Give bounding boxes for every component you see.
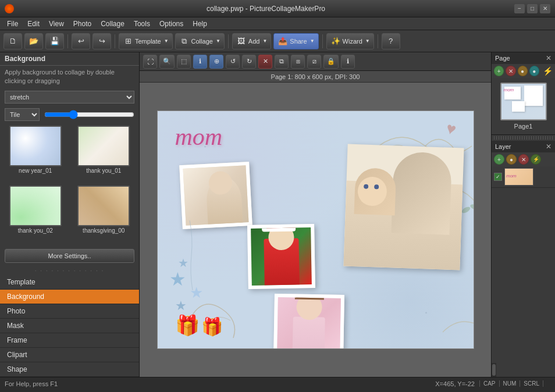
template-button[interactable]: ⊞ Template ▼ (119, 33, 173, 49)
info2-button[interactable]: ℹ (341, 55, 355, 69)
thumb-img-newyear01 (9, 126, 62, 166)
nav-background[interactable]: Background (0, 290, 139, 304)
page-add-button[interactable]: + (494, 66, 504, 76)
fit-button[interactable]: ⧆ (291, 55, 305, 69)
add-arrow-icon: ▼ (262, 38, 267, 44)
new-button[interactable]: 🗋 (3, 33, 22, 49)
photo-slot-3[interactable] (247, 224, 315, 289)
template-icon: ⊞ (123, 36, 133, 47)
info-button[interactable]: ℹ (193, 55, 207, 69)
thumb-img-thankyou02 (9, 186, 62, 226)
layer-visibility-1[interactable]: ✓ (494, 173, 502, 181)
delete-button[interactable]: ✕ (258, 55, 272, 69)
layer-scrollbar[interactable] (492, 363, 496, 377)
nav-clipart[interactable]: Clipart (0, 348, 139, 362)
add-button[interactable]: 🖼 Add ▼ (232, 33, 272, 49)
photo-slot-2[interactable] (343, 144, 464, 270)
gift-decoration-2: 🎁 (201, 316, 223, 337)
page-settings-button[interactable]: ● (518, 66, 528, 76)
thumb-thanksgiving[interactable]: thanksgiving_00 (71, 186, 137, 243)
tile-select[interactable]: Tile (5, 108, 40, 121)
template-label: Template (135, 38, 161, 45)
menubar: File Edit View Photo Collage Tools Optio… (0, 17, 555, 30)
share-label: Share (290, 38, 307, 45)
layer-add-button[interactable]: + (494, 154, 504, 165)
window-controls: − □ ✕ (514, 4, 550, 13)
collage-mom-text[interactable]: mom (175, 123, 223, 151)
collage-button[interactable]: ⧉ Collage ▼ (175, 33, 225, 49)
menu-file[interactable]: File (2, 19, 23, 29)
nav-template[interactable]: Template (0, 275, 139, 290)
left-panel: Background Apply background to collage b… (0, 52, 140, 377)
more-settings-button[interactable]: More Settings.. (5, 249, 134, 263)
thumb-thankyou01[interactable]: thank you_01 (71, 126, 137, 183)
page-thumbnail[interactable]: mom (500, 83, 547, 120)
layer-settings-button[interactable]: ● (506, 154, 517, 165)
redo-button[interactable]: ↪ (92, 33, 111, 49)
stretch-select[interactable]: stretch (5, 91, 134, 104)
page-panel: Page ✕ + ✕ ● ● ⚡ mom (492, 52, 555, 135)
menu-options[interactable]: Options (155, 19, 188, 29)
page-delete-button[interactable]: ✕ (506, 66, 515, 76)
toolbar-separator-5 (378, 34, 378, 48)
layer-bolt-button[interactable]: ⚡ (531, 154, 541, 165)
layer-item-1[interactable]: ✓ mom (492, 166, 555, 188)
heart-decoration: ♥ (444, 119, 458, 139)
select-tool-button[interactable]: ⛶ (143, 55, 157, 69)
layer-panel-header: Layer ✕ (492, 141, 555, 152)
page-move-button[interactable]: ● (529, 66, 539, 76)
panel-dotted-separator: · · · · · · · · · · · · · (0, 266, 139, 275)
panel-resize-handle[interactable] (494, 136, 553, 140)
help-text: For Help, press F1 (5, 380, 58, 387)
page-panel-close[interactable]: ✕ (546, 54, 552, 62)
add-circle-button[interactable]: ⊕ (209, 55, 223, 69)
page-bolt-icon[interactable]: ⚡ (543, 66, 553, 76)
menu-collage[interactable]: Collage (96, 19, 129, 29)
menu-edit[interactable]: Edit (23, 19, 44, 29)
redo2-button[interactable]: ↻ (242, 55, 256, 69)
minimize-button[interactable]: − (514, 4, 525, 13)
menu-help[interactable]: Help (188, 19, 212, 29)
photo-slot-1[interactable] (179, 162, 252, 229)
thumb-thankyou02[interactable]: thank you_02 (2, 186, 69, 243)
tile-row: Tile (0, 106, 139, 123)
share-button[interactable]: 📤 Share ▼ (273, 33, 318, 49)
wizard-button[interactable]: ✨ Wizard ▼ (326, 33, 374, 49)
flag-scrl: SCRL (520, 380, 543, 387)
undo2-button[interactable]: ↺ (226, 55, 240, 69)
zoom-button[interactable]: 🔍 (159, 55, 175, 69)
redo-icon: ↪ (97, 36, 107, 47)
page-info-text: Page 1: 800 x 600 px, DPI: 300 (271, 73, 360, 80)
nav-shape[interactable]: Shape (0, 362, 139, 377)
menu-view[interactable]: View (44, 19, 69, 29)
toolbar-separator-4 (322, 34, 323, 48)
layer-panel-close[interactable]: ✕ (546, 142, 552, 151)
photo-slot-4[interactable] (273, 294, 344, 349)
page-panel-title: Page (495, 55, 510, 62)
collage-canvas[interactable]: mom ♥ ★ ★ ★ ★ 🎁 🎁 (140, 83, 491, 377)
lock-button[interactable]: 🔒 (323, 55, 339, 69)
collage-label: Collage (191, 38, 213, 45)
close-button[interactable]: ✕ (540, 4, 550, 13)
save-button[interactable]: 💾 (45, 33, 64, 49)
menu-tools[interactable]: Tools (129, 19, 155, 29)
nav-mask[interactable]: Mask (0, 319, 139, 333)
copy-button[interactable]: ⧉ (275, 55, 289, 69)
flag-cap: CAP (479, 380, 499, 387)
nav-photo[interactable]: Photo (0, 304, 139, 319)
crop-button[interactable]: ⬚ (177, 55, 191, 69)
menu-photo[interactable]: Photo (69, 19, 96, 29)
nav-frame[interactable]: Frame (0, 333, 139, 348)
undo-button[interactable]: ↩ (72, 33, 90, 49)
help-button[interactable]: ? (382, 33, 400, 49)
thumb-newyear01[interactable]: new year_01 (2, 126, 69, 183)
tile-slider[interactable] (44, 110, 134, 119)
layer-delete-button[interactable]: ✕ (518, 154, 529, 165)
collage-background[interactable]: mom ♥ ★ ★ ★ ★ 🎁 🎁 (157, 111, 474, 349)
maximize-button[interactable]: □ (527, 4, 538, 13)
canvas-area: ⛶ 🔍 ⬚ ℹ ⊕ ↺ ↻ ✕ ⧉ ⧆ ⧄ 🔒 ℹ Page 1: 800 x … (140, 52, 491, 377)
thumb-img-thankyou01 (77, 126, 130, 166)
add-icon: 🖼 (236, 36, 247, 47)
align-button[interactable]: ⧄ (307, 55, 321, 69)
open-button[interactable]: 📂 (24, 33, 43, 49)
